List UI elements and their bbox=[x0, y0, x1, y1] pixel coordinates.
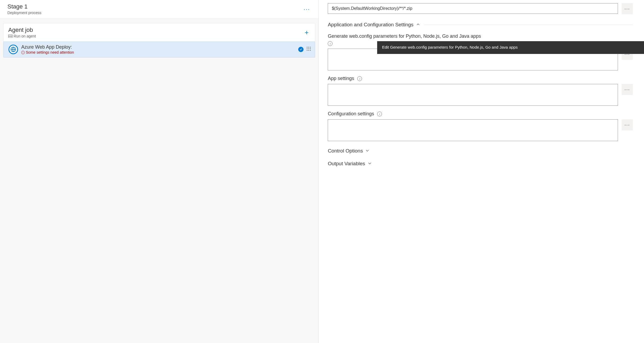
drag-handle[interactable] bbox=[307, 47, 310, 52]
appsettings-input[interactable] bbox=[328, 84, 618, 106]
server-icon bbox=[8, 35, 12, 38]
job-header[interactable]: Agent job Run on agent + bbox=[3, 23, 315, 41]
section-app-config[interactable]: Application and Configuration Settings bbox=[328, 22, 633, 28]
browse-package-button[interactable]: ··· bbox=[622, 3, 633, 14]
info-icon[interactable]: i bbox=[328, 41, 332, 46]
info-icon[interactable]: i bbox=[377, 112, 382, 116]
package-label: Package or folder i bbox=[328, 0, 633, 1]
stage-subtitle: Deployment process bbox=[7, 11, 41, 15]
appsettings-label: App settings i bbox=[328, 76, 633, 81]
job-title: Agent job bbox=[8, 27, 36, 33]
task-row-selected[interactable]: Azure Web App Deploy: ! Some settings ne… bbox=[3, 41, 315, 57]
warning-icon: ! bbox=[21, 51, 25, 54]
configsettings-input[interactable] bbox=[328, 119, 618, 141]
package-input[interactable] bbox=[328, 3, 618, 14]
job-card: Agent job Run on agent + Azure Web App D… bbox=[3, 23, 315, 58]
edit-appsettings-button[interactable]: ··· bbox=[622, 84, 633, 95]
configsettings-label: Configuration settings i bbox=[328, 111, 633, 117]
chevron-up-icon bbox=[416, 22, 420, 28]
section-output-variables[interactable]: Output Variables bbox=[328, 161, 633, 167]
task-title: Azure Web App Deploy: bbox=[21, 44, 295, 50]
webconfig-label: Generate web.config parameters for Pytho… bbox=[328, 33, 633, 39]
stage-more-button[interactable]: ··· bbox=[302, 5, 311, 14]
stage-header: Stage 1 Deployment process ··· bbox=[0, 0, 318, 19]
tooltip: Edit Generate web.config parameters for … bbox=[377, 41, 644, 54]
task-settings-panel: Package or folder i ··· Application and … bbox=[319, 0, 644, 343]
task-enabled-badge bbox=[298, 47, 304, 52]
edit-configsettings-button[interactable]: ··· bbox=[622, 119, 633, 130]
job-subtitle: Run on agent bbox=[8, 34, 36, 38]
section-control-options[interactable]: Control Options bbox=[328, 148, 633, 154]
tasks-panel: Stage 1 Deployment process ··· Agent job… bbox=[0, 0, 319, 343]
task-warning: ! Some settings need attention bbox=[21, 50, 295, 54]
stage-title[interactable]: Stage 1 bbox=[7, 3, 41, 10]
azure-webapp-icon bbox=[9, 45, 18, 54]
chevron-down-icon bbox=[365, 148, 369, 154]
chevron-down-icon bbox=[368, 161, 372, 167]
add-task-button[interactable]: + bbox=[303, 28, 310, 37]
info-icon[interactable]: i bbox=[357, 76, 362, 81]
